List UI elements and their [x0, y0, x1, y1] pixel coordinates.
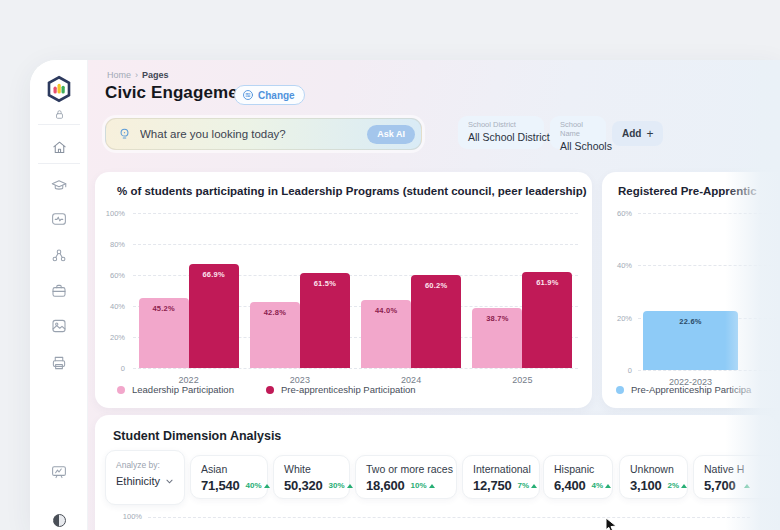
- sidebar-item-home[interactable]: [30, 138, 88, 156]
- increase-arrow-icon: [264, 484, 270, 488]
- stat-name: Two or more races: [366, 463, 446, 475]
- sidebar-item-print[interactable]: [30, 354, 88, 372]
- bar-value-label: 44.0%: [375, 306, 397, 315]
- stat-value: 18,600: [366, 478, 405, 493]
- school-district-filter[interactable]: School District All School Districts: [458, 116, 544, 149]
- bar-2023: 42.8%: [250, 302, 300, 368]
- bar-value-label: 42.8%: [264, 308, 286, 317]
- y-axis-tick: 40%: [602, 261, 632, 270]
- legend-dot-preapprenticeship-blue: [616, 386, 624, 394]
- sidebar-divider: [38, 163, 80, 164]
- stat-card-native[interactable]: Native H 5,700: [693, 455, 780, 499]
- bar-group-2024: 44.0%60.2%2024: [361, 213, 461, 368]
- x-axis-label: 2024: [361, 375, 461, 385]
- stat-value: 12,750: [473, 478, 512, 493]
- x-axis-label: 2022: [139, 375, 239, 385]
- stat-name: Asian: [201, 463, 257, 475]
- y-axis-tick: 60%: [602, 209, 632, 218]
- stat-pct: 10%: [411, 481, 427, 490]
- stat-name: Unknown: [630, 463, 677, 475]
- bar-group-2025: 38.7%61.9%2025: [472, 213, 572, 368]
- chevron-down-icon: [165, 477, 174, 486]
- change-button-label: Change: [258, 90, 295, 101]
- gridline: [638, 370, 780, 371]
- x-axis-label: 2023: [250, 375, 350, 385]
- stat-pct: 4%: [592, 481, 604, 490]
- legend-dot-leadership: [117, 386, 125, 394]
- plot-area: 22.6%2022-2023: [638, 213, 780, 370]
- stat-name: International: [473, 463, 529, 475]
- add-button-label: Add: [622, 128, 641, 139]
- increase-arrow-icon: [429, 484, 435, 488]
- sidebar-item-dashboard-monitor[interactable]: [30, 463, 88, 481]
- stat-value: 50,320: [284, 478, 323, 493]
- leadership-chart-legend: Leadership Participation Pre-apprentices…: [117, 384, 416, 395]
- stat-value: 6,400: [554, 478, 586, 493]
- sidebar-item-academics[interactable]: [30, 177, 88, 195]
- preapprenticeship-chart-title: Registered Pre-Apprentic: [618, 185, 780, 197]
- analyze-by-dropdown[interactable]: Analyze by: Ethinicity: [105, 450, 185, 505]
- bar-value-label: 61.9%: [536, 278, 558, 287]
- bar-2024: 44.0%: [361, 300, 411, 368]
- lightbulb-icon: [117, 127, 132, 142]
- stat-card-international[interactable]: International 12,750 7%: [462, 455, 540, 499]
- page-title: Civic Engagement: [105, 83, 254, 103]
- ask-ai-button[interactable]: Ask AI: [367, 125, 415, 144]
- increase-arrow-icon: [744, 484, 750, 488]
- stat-card-unknown[interactable]: Unknown 3,100 2%: [619, 455, 688, 499]
- sidebar-divider: [38, 124, 80, 125]
- theme-toggle[interactable]: [30, 512, 88, 528]
- stat-pct: 30%: [329, 481, 345, 490]
- people-group-icon: [50, 247, 68, 265]
- breadcrumb-current[interactable]: Pages: [142, 70, 169, 80]
- stat-card-white[interactable]: White 50,320 30%: [273, 455, 350, 499]
- sidebar-item-performance[interactable]: [30, 210, 88, 228]
- sidebar-item-people[interactable]: [30, 247, 88, 265]
- add-filter-button[interactable]: Add +: [612, 121, 663, 146]
- graduation-cap-icon: [50, 177, 68, 195]
- search-input[interactable]: [140, 128, 367, 140]
- activity-monitor-icon: [50, 210, 68, 228]
- y-axis-tick: 0: [95, 364, 125, 373]
- stat-name: Native H: [704, 463, 777, 475]
- stat-name: Hispanic: [554, 463, 602, 475]
- legend-label-leadership: Leadership Participation: [132, 384, 234, 395]
- home-icon: [51, 139, 68, 156]
- breadcrumb-separator: ›: [135, 70, 138, 80]
- main-content: Home›Pages Civic Engagement Change Ask A…: [88, 60, 780, 530]
- bar-value-label: 22.6%: [679, 317, 701, 326]
- y-axis-tick: 20%: [602, 314, 632, 323]
- school-name-value: All Schools: [560, 140, 596, 152]
- change-button[interactable]: Change: [234, 85, 305, 105]
- stat-card-asian[interactable]: Asian 71,540 40%: [190, 455, 268, 499]
- monitor-chart-icon: [50, 463, 68, 481]
- y-axis-tick: 100%: [95, 209, 125, 218]
- section-heading: Student Dimension Analysis: [113, 429, 281, 443]
- stat-card-hispanic[interactable]: Hispanic 6,400 4%: [543, 455, 613, 499]
- bar-2022: 66.9%: [189, 264, 239, 368]
- app-logo-icon[interactable]: [30, 74, 88, 104]
- increase-arrow-icon: [605, 484, 611, 488]
- app-window: Home›Pages Civic Engagement Change Ask A…: [30, 60, 780, 530]
- school-name-label: School Name: [560, 120, 596, 138]
- school-name-filter[interactable]: School Name All Schools: [550, 116, 606, 149]
- stat-card-two-or-more-races[interactable]: Two or more races 18,600 10%: [355, 455, 457, 499]
- leadership-chart-card: % of students participating in Leadershi…: [95, 172, 592, 408]
- preapprenticeship-chart-card: Registered Pre-Apprentic Pre-Apprentices…: [602, 172, 780, 408]
- increase-arrow-icon: [681, 484, 687, 488]
- sidebar-item-media[interactable]: [30, 317, 88, 335]
- bar-group-2022-2023: 22.6%2022-2023: [643, 213, 738, 370]
- plus-icon: +: [646, 127, 653, 141]
- breadcrumb-home[interactable]: Home: [107, 70, 131, 80]
- bar-value-label: 45.2%: [152, 304, 174, 313]
- bar-group-2022: 45.2%66.9%2022: [139, 213, 239, 368]
- analyze-by-value: Ethinicity: [116, 475, 160, 487]
- sidebar-item-careers[interactable]: [30, 282, 88, 300]
- student-dimension-section: Student Dimension Analysis Analyze by: E…: [95, 415, 778, 530]
- plot-area: 45.2%66.9%202242.8%61.5%202344.0%60.2%20…: [133, 213, 578, 368]
- increase-arrow-icon: [347, 484, 353, 488]
- stat-value: 71,540: [201, 478, 240, 493]
- bar-2022: 45.2%: [139, 298, 189, 368]
- bar-2022-2023: 22.6%: [643, 311, 738, 370]
- leadership-chart-title: % of students participating in Leadershi…: [117, 185, 578, 197]
